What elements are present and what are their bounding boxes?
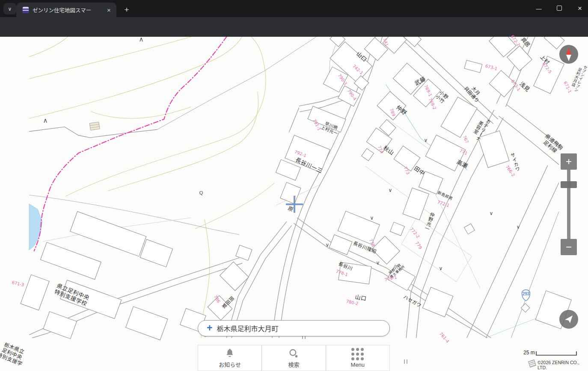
bottom-navigation: お知らせ 検索 Menu bbox=[198, 345, 390, 371]
tab-close-icon[interactable]: × bbox=[107, 7, 111, 13]
navigation-arrow-icon bbox=[564, 315, 573, 324]
zoom-out-button[interactable]: − bbox=[561, 239, 577, 255]
building-footprints bbox=[21, 37, 571, 340]
scale-bar bbox=[520, 350, 580, 356]
tab-title: ゼンリン住宅地図スマー bbox=[33, 6, 105, 14]
copyright-text: ©2026 ZENRIN CO., LTD. bbox=[538, 360, 588, 370]
boundary-line-magenta bbox=[34, 37, 227, 251]
chevron-down-icon: ∨ bbox=[8, 6, 12, 12]
address-search-bar[interactable]: + 栃木県足利市大月町 bbox=[198, 320, 390, 336]
plus-icon: + bbox=[207, 323, 212, 333]
browser-toolbar: ← → app.zip-site.com/smt/app/map.htm ★ bbox=[0, 17, 588, 37]
maximize-icon bbox=[557, 6, 562, 11]
nav-notifications-label: お知らせ bbox=[219, 360, 241, 368]
zenrin-favicon-icon bbox=[22, 6, 29, 13]
compass-needle-icon bbox=[559, 45, 578, 64]
nav-notifications[interactable]: お知らせ bbox=[198, 345, 261, 371]
nav-search-label: 検索 bbox=[288, 360, 299, 368]
window-maximize-button[interactable] bbox=[555, 6, 564, 12]
scale-indicator: 25 m bbox=[520, 350, 580, 356]
svg-text:293: 293 bbox=[523, 292, 530, 296]
zoom-slider-track[interactable] bbox=[567, 170, 570, 239]
active-tab[interactable]: ゼンリン住宅地図スマー × bbox=[16, 3, 116, 17]
browser-tab-strip: ∨ ゼンリン住宅地図スマー × + — × bbox=[0, 0, 588, 17]
tab-search-button[interactable]: ∨ bbox=[3, 3, 16, 15]
zoom-slider-handle[interactable] bbox=[561, 181, 577, 188]
water-area bbox=[29, 204, 42, 250]
new-tab-button[interactable]: + bbox=[121, 4, 133, 16]
window-close-button[interactable]: × bbox=[575, 4, 585, 13]
route-293-shield: 293 bbox=[520, 289, 532, 302]
nav-menu-label: Menu bbox=[351, 362, 365, 368]
nav-menu[interactable]: Menu bbox=[326, 345, 389, 371]
compass-button[interactable] bbox=[559, 45, 578, 64]
current-location-button[interactable] bbox=[559, 310, 578, 329]
terrain-paths bbox=[29, 37, 316, 235]
bell-icon bbox=[224, 348, 235, 359]
address-text: 栃木県足利市大月町 bbox=[217, 323, 278, 333]
grid-menu-icon bbox=[351, 348, 364, 360]
window-minimize-button[interactable]: — bbox=[534, 6, 543, 12]
hut-icon bbox=[89, 122, 100, 130]
zoom-in-button[interactable]: + bbox=[561, 153, 577, 170]
map-center-crosshair bbox=[294, 196, 295, 213]
search-icon bbox=[288, 348, 299, 359]
nav-search[interactable]: 検索 bbox=[261, 345, 325, 371]
